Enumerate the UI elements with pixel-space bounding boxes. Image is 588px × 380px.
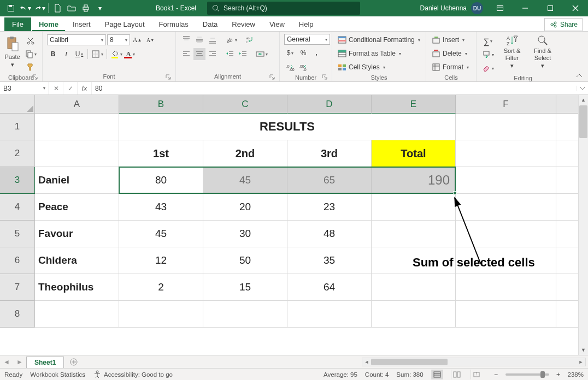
cell-b6[interactable]: 12 bbox=[119, 247, 203, 274]
redo-button[interactable]: ▾ bbox=[33, 1, 46, 15]
row-header-6[interactable]: 6 bbox=[0, 247, 35, 274]
cell-c8[interactable] bbox=[203, 301, 287, 328]
search-box[interactable]: Search (Alt+Q) bbox=[207, 2, 360, 15]
cell-c5[interactable]: 30 bbox=[203, 221, 287, 247]
borders-button[interactable]: ▾ bbox=[90, 48, 104, 60]
zoom-in[interactable]: + bbox=[552, 369, 565, 381]
align-center[interactable] bbox=[193, 48, 205, 60]
user-name[interactable]: Daniel Uchenna bbox=[420, 4, 467, 12]
decrease-indent[interactable] bbox=[224, 48, 236, 60]
font-family-combo[interactable]: Calibri▾ bbox=[47, 34, 106, 45]
number-format-combo[interactable]: General▾ bbox=[284, 34, 330, 45]
cell-d7[interactable]: 64 bbox=[287, 274, 372, 301]
col-header-b[interactable]: B bbox=[119, 95, 203, 114]
tab-page-layout[interactable]: Page Layout bbox=[98, 17, 151, 31]
autosave-toggle[interactable] bbox=[4, 1, 17, 15]
cut-button[interactable] bbox=[23, 35, 38, 47]
cell-a8[interactable] bbox=[35, 301, 119, 328]
open-file-button[interactable] bbox=[65, 1, 78, 15]
insert-cells[interactable]: Insert▾ bbox=[431, 34, 466, 46]
hscroll-thumb[interactable] bbox=[371, 359, 448, 365]
cell-a7[interactable]: Theophilus bbox=[35, 274, 119, 301]
vertical-scrollbar[interactable]: ▲ ▼ bbox=[578, 95, 588, 355]
tab-review[interactable]: Review bbox=[225, 17, 262, 31]
cell-d4[interactable]: 23 bbox=[287, 194, 372, 221]
quick-print-button[interactable] bbox=[79, 1, 92, 15]
find-select-button[interactable]: Find & Select▾ bbox=[529, 34, 556, 70]
align-left[interactable] bbox=[180, 48, 192, 60]
bold-button[interactable]: B bbox=[47, 48, 59, 60]
vscroll-thumb[interactable] bbox=[579, 105, 587, 138]
font-launcher[interactable] bbox=[164, 73, 172, 81]
row-header-7[interactable]: 7 bbox=[0, 274, 35, 301]
cell-e3[interactable]: 190 bbox=[372, 167, 456, 194]
conditional-formatting[interactable]: Conditional Formatting▾ bbox=[337, 34, 421, 46]
copy-button[interactable]: ▾ bbox=[23, 48, 38, 60]
col-header-c[interactable]: C bbox=[203, 95, 287, 114]
cell-b2[interactable]: 1st bbox=[119, 140, 203, 167]
cell-b5[interactable]: 45 bbox=[119, 221, 203, 247]
alignment-launcher[interactable] bbox=[268, 73, 276, 81]
font-color-button[interactable]: A▾ bbox=[125, 48, 137, 60]
zoom-level[interactable]: 238% bbox=[568, 371, 584, 378]
format-painter-button[interactable] bbox=[23, 61, 38, 73]
qat-customize[interactable]: ▾ bbox=[93, 1, 107, 15]
row-header-8[interactable]: 8 bbox=[0, 301, 35, 328]
comma-format[interactable]: , bbox=[310, 47, 322, 59]
col-header-d[interactable]: D bbox=[287, 95, 372, 114]
fill-button[interactable]: ▾ bbox=[481, 49, 495, 61]
cell-f3[interactable] bbox=[456, 167, 556, 194]
cell-a1[interactable] bbox=[35, 114, 119, 140]
minimize-button[interactable] bbox=[513, 0, 538, 16]
percent-format[interactable]: % bbox=[297, 47, 309, 59]
cell-d5[interactable]: 48 bbox=[287, 221, 372, 247]
share-button[interactable]: Share bbox=[544, 18, 583, 31]
cell-e4[interactable] bbox=[372, 194, 456, 221]
cell-f5[interactable] bbox=[456, 221, 556, 247]
delete-cells[interactable]: Delete▾ bbox=[431, 48, 468, 60]
cell-styles[interactable]: Cell Styles▾ bbox=[337, 61, 386, 73]
cell-c2[interactable]: 2nd bbox=[203, 140, 287, 167]
autosum-button[interactable]: ∑▾ bbox=[481, 35, 495, 47]
cell-f2[interactable] bbox=[456, 140, 556, 167]
cell-d3[interactable]: 65 bbox=[287, 167, 372, 194]
format-as-table[interactable]: Format as Table▾ bbox=[337, 48, 402, 60]
view-page-break[interactable] bbox=[471, 370, 483, 379]
increase-font-button[interactable]: A▲ bbox=[131, 34, 143, 46]
decrease-decimal[interactable]: .00.0 bbox=[297, 61, 309, 73]
select-all-corner[interactable] bbox=[0, 95, 35, 114]
cell-title[interactable]: RESULTS bbox=[119, 114, 456, 140]
cell-a3[interactable]: Daniel bbox=[35, 167, 119, 194]
sheet-nav-prev[interactable]: ◄ bbox=[0, 358, 13, 366]
cell-c3[interactable]: 45 bbox=[203, 167, 287, 194]
format-cells[interactable]: Format▾ bbox=[431, 61, 470, 73]
add-sheet[interactable] bbox=[67, 358, 80, 366]
increase-decimal[interactable]: .0.00 bbox=[284, 61, 296, 73]
cell-b3[interactable]: 80 bbox=[119, 167, 203, 194]
cell-a5[interactable]: Favour bbox=[35, 221, 119, 247]
cell-e5[interactable] bbox=[372, 221, 456, 247]
cell-b7[interactable]: 2 bbox=[119, 274, 203, 301]
cell-d2[interactable]: 3rd bbox=[287, 140, 372, 167]
cell-a6[interactable]: Chidera bbox=[35, 247, 119, 274]
row-header-5[interactable]: 5 bbox=[0, 221, 35, 247]
cell-f4[interactable] bbox=[456, 194, 556, 221]
accessibility-status[interactable]: Accessibility: Good to go bbox=[93, 370, 173, 379]
ribbon-display-options[interactable] bbox=[487, 0, 513, 16]
row-header-2[interactable]: 2 bbox=[0, 140, 35, 167]
col-header-f[interactable]: F bbox=[456, 95, 556, 114]
clear-button[interactable]: ▾ bbox=[481, 62, 495, 74]
number-launcher[interactable] bbox=[321, 73, 328, 81]
zoom-out[interactable]: − bbox=[490, 369, 502, 381]
underline-button[interactable]: U▾ bbox=[73, 48, 85, 60]
align-top[interactable] bbox=[180, 34, 192, 46]
align-right[interactable] bbox=[207, 48, 219, 60]
clipboard-launcher[interactable] bbox=[31, 73, 39, 81]
horizontal-scrollbar[interactable]: ◄ ► bbox=[362, 358, 586, 366]
close-button[interactable] bbox=[563, 0, 588, 16]
orientation-button[interactable]: ab▾ bbox=[224, 34, 238, 46]
sheet-nav-next[interactable]: ► bbox=[13, 358, 26, 366]
row-header-1[interactable]: 1 bbox=[0, 114, 35, 140]
cell-a2[interactable] bbox=[35, 140, 119, 167]
cell-b8[interactable] bbox=[119, 301, 203, 328]
